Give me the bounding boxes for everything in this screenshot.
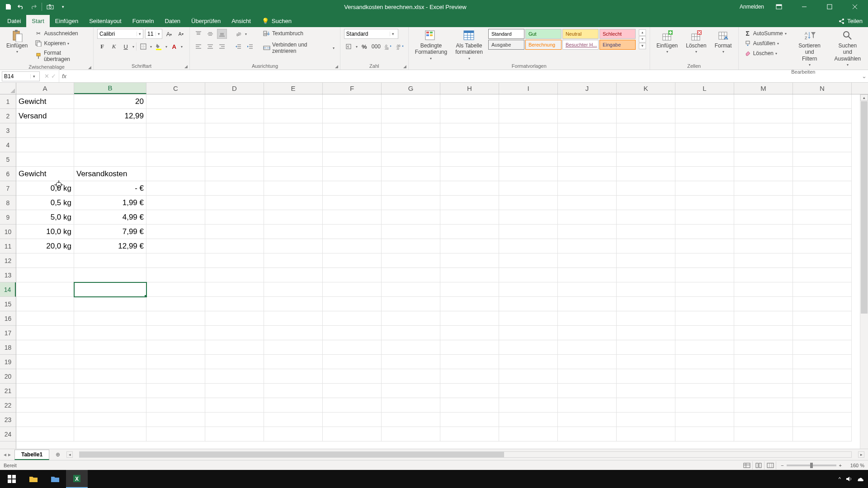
- cell[interactable]: [499, 109, 558, 123]
- align-right-icon[interactable]: [217, 42, 227, 52]
- cell[interactable]: [16, 427, 74, 441]
- cell[interactable]: [675, 384, 734, 398]
- cell[interactable]: [264, 123, 323, 138]
- cell[interactable]: [264, 340, 323, 355]
- autosum-button[interactable]: ΣAutoSumme ▾: [742, 29, 788, 38]
- tab-pagelayout[interactable]: Seitenlayout: [84, 15, 127, 27]
- column-header[interactable]: F: [323, 83, 382, 94]
- underline-dropdown[interactable]: ▾: [132, 45, 134, 49]
- cell[interactable]: [264, 196, 323, 210]
- alignment-launcher-icon[interactable]: ◢: [335, 64, 338, 69]
- cell[interactable]: [146, 210, 205, 225]
- cell[interactable]: [205, 326, 264, 340]
- number-format-combo[interactable]: ▾: [344, 29, 398, 39]
- tab-data[interactable]: Daten: [159, 15, 186, 27]
- cell[interactable]: [499, 210, 558, 225]
- column-header[interactable]: N: [793, 83, 852, 94]
- cell[interactable]: [617, 123, 675, 138]
- cell[interactable]: [675, 268, 734, 282]
- cell[interactable]: [382, 398, 440, 413]
- cell[interactable]: [675, 413, 734, 427]
- column-header[interactable]: L: [675, 83, 734, 94]
- cell[interactable]: [793, 196, 852, 210]
- cell[interactable]: [675, 326, 734, 340]
- cell[interactable]: [793, 311, 852, 326]
- column-header[interactable]: K: [617, 83, 675, 94]
- cell[interactable]: [440, 340, 499, 355]
- cell[interactable]: [499, 94, 558, 109]
- row-header[interactable]: 13: [0, 268, 16, 282]
- cell[interactable]: [440, 253, 499, 268]
- cell[interactable]: [734, 340, 793, 355]
- cell[interactable]: [734, 239, 793, 253]
- cell[interactable]: [74, 152, 146, 167]
- cell[interactable]: [675, 152, 734, 167]
- cell[interactable]: [675, 282, 734, 297]
- cell[interactable]: [734, 123, 793, 138]
- cell[interactable]: [617, 253, 675, 268]
- cell[interactable]: [264, 210, 323, 225]
- cell[interactable]: [74, 297, 146, 311]
- cell[interactable]: [499, 311, 558, 326]
- cell[interactable]: [382, 268, 440, 282]
- underline-icon[interactable]: U: [121, 42, 131, 52]
- wrap-text-button[interactable]: abTextumbruch: [261, 29, 336, 38]
- tab-review[interactable]: Überprüfen: [186, 15, 226, 27]
- cell[interactable]: [617, 413, 675, 427]
- cell[interactable]: [793, 282, 852, 297]
- align-middle-icon[interactable]: [205, 29, 215, 39]
- cell[interactable]: [440, 210, 499, 225]
- cell[interactable]: [617, 109, 675, 123]
- column-header[interactable]: H: [440, 83, 499, 94]
- cell[interactable]: [382, 282, 440, 297]
- cell[interactable]: [264, 225, 323, 239]
- align-top-icon[interactable]: [193, 29, 203, 39]
- cell[interactable]: [323, 384, 382, 398]
- fill-color-dropdown[interactable]: ▾: [165, 45, 167, 49]
- column-header[interactable]: D: [205, 83, 264, 94]
- grow-font-icon[interactable]: A▴: [164, 29, 174, 39]
- cell[interactable]: [617, 167, 675, 181]
- cell[interactable]: [323, 196, 382, 210]
- cell[interactable]: [323, 167, 382, 181]
- cell[interactable]: [323, 355, 382, 369]
- cell[interactable]: [205, 297, 264, 311]
- cell[interactable]: [74, 413, 146, 427]
- cell[interactable]: - €: [74, 181, 146, 196]
- cell[interactable]: [264, 138, 323, 152]
- font-color-icon[interactable]: A: [169, 42, 179, 52]
- cell[interactable]: Gewicht: [16, 94, 74, 109]
- cell[interactable]: [734, 297, 793, 311]
- row-header[interactable]: 14: [0, 282, 16, 297]
- cell[interactable]: [205, 138, 264, 152]
- cell[interactable]: [440, 355, 499, 369]
- decrease-decimal-icon[interactable]: ,00,0: [395, 42, 405, 52]
- row-header[interactable]: 7: [0, 181, 16, 196]
- cell[interactable]: [264, 282, 323, 297]
- cell[interactable]: [499, 167, 558, 181]
- cell[interactable]: [323, 282, 382, 297]
- style-besuchter[interactable]: Besuchter H...: [562, 40, 599, 50]
- cell[interactable]: [382, 181, 440, 196]
- cell[interactable]: [440, 138, 499, 152]
- insert-cells-button[interactable]: Einfügen▾: [654, 29, 680, 55]
- cell[interactable]: [617, 355, 675, 369]
- cell[interactable]: [440, 181, 499, 196]
- cell[interactable]: [264, 109, 323, 123]
- cell[interactable]: [323, 138, 382, 152]
- cell[interactable]: [499, 398, 558, 413]
- cell[interactable]: [558, 282, 617, 297]
- cell[interactable]: [734, 253, 793, 268]
- cell[interactable]: [323, 225, 382, 239]
- cell[interactable]: [382, 369, 440, 384]
- undo-icon[interactable]: [16, 2, 25, 11]
- cell[interactable]: [558, 123, 617, 138]
- cell[interactable]: [675, 181, 734, 196]
- cell[interactable]: [74, 355, 146, 369]
- cell[interactable]: [323, 369, 382, 384]
- cell[interactable]: [205, 253, 264, 268]
- cell[interactable]: [675, 239, 734, 253]
- cell[interactable]: [146, 398, 205, 413]
- cell[interactable]: [793, 94, 852, 109]
- zoom-out-icon[interactable]: −: [781, 463, 783, 468]
